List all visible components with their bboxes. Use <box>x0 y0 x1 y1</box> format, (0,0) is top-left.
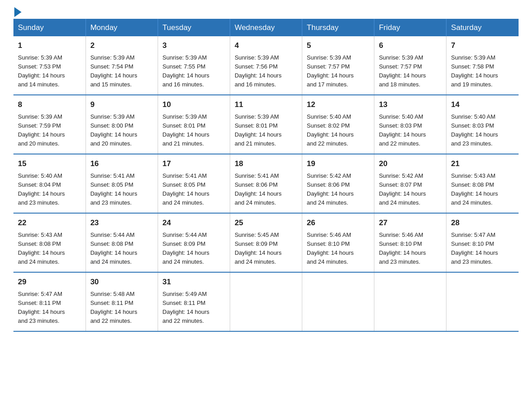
day-info: Sunrise: 5:39 AMSunset: 7:56 PMDaylight:… <box>235 53 297 90</box>
weekday-header-thursday: Thursday <box>302 19 374 36</box>
weekday-header-friday: Friday <box>374 19 446 36</box>
day-info: Sunrise: 5:44 AMSunset: 8:09 PMDaylight:… <box>163 231 225 267</box>
calendar-cell: 18Sunrise: 5:41 AMSunset: 8:06 PMDayligh… <box>230 154 302 213</box>
day-number: 23 <box>90 217 153 229</box>
day-number: 29 <box>18 276 81 288</box>
calendar-cell: 10Sunrise: 5:39 AMSunset: 8:01 PMDayligh… <box>158 95 230 154</box>
calendar-cell: 17Sunrise: 5:41 AMSunset: 8:05 PMDayligh… <box>158 154 230 213</box>
calendar-cell: 7Sunrise: 5:39 AMSunset: 7:58 PMDaylight… <box>446 36 519 95</box>
day-number: 26 <box>307 217 369 229</box>
day-number: 21 <box>451 158 514 170</box>
day-info: Sunrise: 5:39 AMSunset: 7:55 PMDaylight:… <box>163 53 225 90</box>
day-info: Sunrise: 5:41 AMSunset: 8:05 PMDaylight:… <box>163 171 225 208</box>
day-number: 25 <box>235 217 297 229</box>
calendar-cell: 20Sunrise: 5:42 AMSunset: 8:07 PMDayligh… <box>374 154 446 213</box>
day-number: 18 <box>235 158 297 170</box>
day-number: 31 <box>163 276 225 288</box>
day-info: Sunrise: 5:44 AMSunset: 8:08 PMDaylight:… <box>90 231 153 267</box>
calendar-cell: 4Sunrise: 5:39 AMSunset: 7:56 PMDaylight… <box>230 36 302 95</box>
day-info: Sunrise: 5:40 AMSunset: 8:03 PMDaylight:… <box>379 112 442 149</box>
calendar-cell: 9Sunrise: 5:39 AMSunset: 8:00 PMDaylight… <box>86 95 158 154</box>
weekday-header-tuesday: Tuesday <box>158 19 230 36</box>
day-number: 7 <box>451 40 514 51</box>
day-info: Sunrise: 5:39 AMSunset: 8:01 PMDaylight:… <box>235 112 297 149</box>
day-info: Sunrise: 5:41 AMSunset: 8:05 PMDaylight:… <box>90 171 153 208</box>
calendar-cell <box>374 272 446 331</box>
weekday-header-monday: Monday <box>86 19 158 36</box>
day-number: 24 <box>163 217 225 229</box>
calendar-cell <box>230 272 302 331</box>
day-info: Sunrise: 5:48 AMSunset: 8:11 PMDaylight:… <box>90 290 153 326</box>
calendar-cell: 30Sunrise: 5:48 AMSunset: 8:11 PMDayligh… <box>86 272 158 331</box>
day-info: Sunrise: 5:40 AMSunset: 8:02 PMDaylight:… <box>307 112 369 149</box>
calendar-cell: 28Sunrise: 5:47 AMSunset: 8:10 PMDayligh… <box>446 213 519 272</box>
calendar-cell: 2Sunrise: 5:39 AMSunset: 7:54 PMDaylight… <box>86 36 158 95</box>
calendar-cell: 3Sunrise: 5:39 AMSunset: 7:55 PMDaylight… <box>158 36 230 95</box>
calendar-cell: 27Sunrise: 5:46 AMSunset: 8:10 PMDayligh… <box>374 213 446 272</box>
day-number: 15 <box>18 158 81 170</box>
day-number: 27 <box>379 217 442 229</box>
calendar-cell: 19Sunrise: 5:42 AMSunset: 8:06 PMDayligh… <box>302 154 374 213</box>
day-number: 4 <box>235 40 297 51</box>
day-info: Sunrise: 5:45 AMSunset: 8:09 PMDaylight:… <box>235 231 297 267</box>
week-row-5: 29Sunrise: 5:47 AMSunset: 8:11 PMDayligh… <box>13 272 519 331</box>
calendar-cell: 14Sunrise: 5:40 AMSunset: 8:03 PMDayligh… <box>446 95 519 154</box>
day-info: Sunrise: 5:47 AMSunset: 8:11 PMDaylight:… <box>18 290 81 326</box>
day-number: 17 <box>163 158 225 170</box>
calendar-cell <box>302 272 374 331</box>
day-number: 12 <box>307 99 369 111</box>
day-number: 2 <box>90 40 153 51</box>
day-number: 22 <box>18 217 81 229</box>
day-info: Sunrise: 5:40 AMSunset: 8:04 PMDaylight:… <box>18 171 81 208</box>
day-info: Sunrise: 5:46 AMSunset: 8:10 PMDaylight:… <box>379 231 442 267</box>
day-number: 19 <box>307 158 369 170</box>
day-info: Sunrise: 5:39 AMSunset: 7:58 PMDaylight:… <box>451 53 514 90</box>
day-number: 14 <box>451 99 514 111</box>
calendar-table: SundayMondayTuesdayWednesdayThursdayFrid… <box>13 19 519 332</box>
week-row-4: 22Sunrise: 5:43 AMSunset: 8:08 PMDayligh… <box>13 213 519 272</box>
day-number: 9 <box>90 99 153 111</box>
day-number: 5 <box>307 40 369 51</box>
day-number: 28 <box>451 217 514 229</box>
calendar-cell: 6Sunrise: 5:39 AMSunset: 7:57 PMDaylight… <box>374 36 446 95</box>
calendar-cell: 16Sunrise: 5:41 AMSunset: 8:05 PMDayligh… <box>86 154 158 213</box>
day-number: 1 <box>18 40 81 51</box>
day-info: Sunrise: 5:47 AMSunset: 8:10 PMDaylight:… <box>451 231 514 267</box>
calendar-cell: 12Sunrise: 5:40 AMSunset: 8:02 PMDayligh… <box>302 95 374 154</box>
calendar-cell: 22Sunrise: 5:43 AMSunset: 8:08 PMDayligh… <box>13 213 86 272</box>
day-info: Sunrise: 5:42 AMSunset: 8:07 PMDaylight:… <box>379 171 442 208</box>
day-number: 11 <box>235 99 297 111</box>
calendar-cell: 8Sunrise: 5:39 AMSunset: 7:59 PMDaylight… <box>13 95 86 154</box>
day-number: 30 <box>90 276 153 288</box>
calendar-cell: 25Sunrise: 5:45 AMSunset: 8:09 PMDayligh… <box>230 213 302 272</box>
day-info: Sunrise: 5:39 AMSunset: 7:54 PMDaylight:… <box>90 53 153 90</box>
day-info: Sunrise: 5:39 AMSunset: 7:59 PMDaylight:… <box>18 112 81 149</box>
week-row-1: 1Sunrise: 5:39 AMSunset: 7:53 PMDaylight… <box>13 36 519 95</box>
day-info: Sunrise: 5:41 AMSunset: 8:06 PMDaylight:… <box>235 171 297 208</box>
day-info: Sunrise: 5:43 AMSunset: 8:08 PMDaylight:… <box>451 171 514 208</box>
calendar-cell: 15Sunrise: 5:40 AMSunset: 8:04 PMDayligh… <box>13 154 86 213</box>
day-info: Sunrise: 5:39 AMSunset: 8:01 PMDaylight:… <box>163 112 225 149</box>
calendar-cell: 29Sunrise: 5:47 AMSunset: 8:11 PMDayligh… <box>13 272 86 331</box>
calendar-cell: 13Sunrise: 5:40 AMSunset: 8:03 PMDayligh… <box>374 95 446 154</box>
day-number: 16 <box>90 158 153 170</box>
week-row-3: 15Sunrise: 5:40 AMSunset: 8:04 PMDayligh… <box>13 154 519 213</box>
weekday-header-wednesday: Wednesday <box>230 19 302 36</box>
day-info: Sunrise: 5:39 AMSunset: 7:57 PMDaylight:… <box>379 53 442 90</box>
day-info: Sunrise: 5:39 AMSunset: 7:53 PMDaylight:… <box>18 53 81 90</box>
day-info: Sunrise: 5:42 AMSunset: 8:06 PMDaylight:… <box>307 171 369 208</box>
week-row-2: 8Sunrise: 5:39 AMSunset: 7:59 PMDaylight… <box>13 95 519 154</box>
calendar-cell: 23Sunrise: 5:44 AMSunset: 8:08 PMDayligh… <box>86 213 158 272</box>
calendar-cell: 5Sunrise: 5:39 AMSunset: 7:57 PMDaylight… <box>302 36 374 95</box>
day-number: 10 <box>163 99 225 111</box>
calendar-cell: 1Sunrise: 5:39 AMSunset: 7:53 PMDaylight… <box>13 36 86 95</box>
calendar-cell: 24Sunrise: 5:44 AMSunset: 8:09 PMDayligh… <box>158 213 230 272</box>
day-info: Sunrise: 5:39 AMSunset: 8:00 PMDaylight:… <box>90 112 153 149</box>
day-number: 3 <box>163 40 225 51</box>
weekday-header-sunday: Sunday <box>13 19 86 36</box>
day-number: 6 <box>379 40 442 51</box>
day-info: Sunrise: 5:43 AMSunset: 8:08 PMDaylight:… <box>18 231 81 267</box>
day-info: Sunrise: 5:49 AMSunset: 8:11 PMDaylight:… <box>163 290 225 326</box>
day-number: 8 <box>18 99 81 111</box>
day-info: Sunrise: 5:39 AMSunset: 7:57 PMDaylight:… <box>307 53 369 90</box>
